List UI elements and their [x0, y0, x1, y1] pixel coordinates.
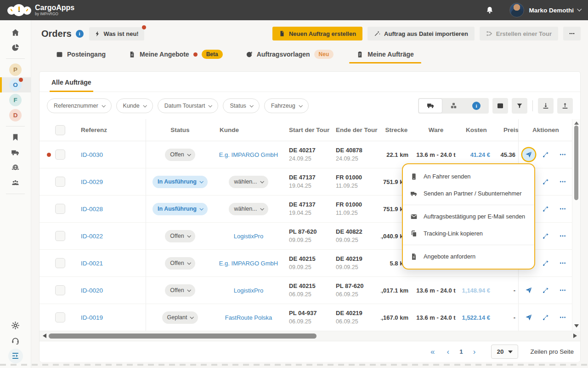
- customer-link[interactable]: LogistixPro: [234, 287, 263, 294]
- route-button[interactable]: [539, 311, 552, 324]
- status-select[interactable]: In Ausführung: [153, 203, 208, 215]
- sidebar-item-team[interactable]: [0, 175, 31, 190]
- upload-button[interactable]: [557, 98, 573, 114]
- row-checkbox[interactable]: [55, 285, 65, 295]
- sidebar-item-headset[interactable]: [0, 333, 31, 348]
- tab-auftragsvorlagen[interactable]: AuftragsvorlagenNeu: [245, 50, 335, 64]
- sidebar-item-p[interactable]: P: [0, 62, 31, 77]
- filter-funnel-button[interactable]: [512, 98, 527, 114]
- pagination-first-button[interactable]: «: [427, 347, 438, 356]
- filter-referenznummer[interactable]: Referenznummer: [47, 98, 112, 113]
- customer-link[interactable]: FastRoute Polska: [225, 314, 272, 321]
- scroll-left-arrow-icon[interactable]: [43, 334, 46, 338]
- order-link[interactable]: ID-0028: [81, 206, 103, 213]
- menu-item-an-fahrer-senden[interactable]: An Fahrer senden: [403, 168, 534, 185]
- user-avatar[interactable]: [509, 3, 524, 17]
- order-link[interactable]: ID-0020: [81, 287, 103, 294]
- view-toggle-pallet-button[interactable]: [442, 99, 465, 113]
- order-link[interactable]: ID-0029: [81, 178, 103, 185]
- column-header-strecke[interactable]: Strecke: [381, 119, 412, 141]
- column-header-aktionen[interactable]: Aktionen: [519, 119, 573, 141]
- filter-status[interactable]: Status: [223, 98, 259, 113]
- vertical-scrollbar[interactable]: [572, 119, 580, 331]
- tab-meine-auftr-ge[interactable]: Meine Aufträge: [356, 51, 415, 63]
- notifications-bell-button[interactable]: [482, 2, 498, 18]
- column-header-preis[interactable]: Preis: [493, 119, 519, 141]
- pagination-current-page[interactable]: 1: [458, 348, 465, 355]
- order-link[interactable]: ID-0022: [81, 233, 103, 240]
- scroll-down-arrow-icon[interactable]: [574, 324, 579, 328]
- tab-posteingang[interactable]: Posteingang: [55, 51, 107, 63]
- subtab-alle-auftraege[interactable]: Alle Aufträge: [51, 79, 92, 92]
- create-tour-button[interactable]: Erstellen einer Tour: [480, 27, 558, 40]
- sidebar-item-f[interactable]: F: [0, 92, 31, 108]
- status-select[interactable]: Geplant: [162, 311, 198, 324]
- status-select[interactable]: Offen: [165, 284, 195, 297]
- more-actions-button[interactable]: [563, 27, 581, 40]
- menu-item-auftragsbestätigung-per-e-mail-senden[interactable]: Auftragsbestätigung per E-Mail senden: [403, 208, 534, 225]
- table-info-button[interactable]: i: [465, 99, 488, 113]
- filter-fahrzeug[interactable]: Fahrzeug: [264, 98, 309, 113]
- column-header-referenz[interactable]: Referenz: [76, 119, 146, 141]
- menu-item-angebote-anfordern[interactable]: Angebote anfordern: [403, 248, 534, 265]
- row-checkbox[interactable]: [55, 312, 65, 322]
- user-menu-chevron-icon[interactable]: [577, 7, 582, 12]
- filter-kunde[interactable]: Kunde: [116, 98, 153, 113]
- route-button[interactable]: [539, 148, 552, 161]
- route-button[interactable]: [539, 230, 552, 242]
- order-link[interactable]: ID-0019: [81, 314, 103, 321]
- download-button[interactable]: [538, 98, 554, 114]
- send-button[interactable]: [522, 284, 535, 297]
- scroll-right-arrow-icon[interactable]: [573, 334, 577, 338]
- column-header-kunde[interactable]: Kunde: [214, 119, 283, 141]
- sidebar-item-sidebar-expand[interactable]: [0, 348, 31, 363]
- customer-select[interactable]: wählen...: [229, 176, 268, 188]
- sidebar-item-pie-chart[interactable]: [0, 40, 31, 55]
- tab-meine-angebote[interactable]: Meine AngeboteBeta: [128, 50, 224, 64]
- row-checkbox[interactable]: [55, 177, 65, 187]
- columns-button[interactable]: [492, 98, 508, 114]
- column-header-status[interactable]: Status: [146, 119, 214, 141]
- row-checkbox[interactable]: [55, 231, 65, 241]
- route-button[interactable]: [539, 284, 552, 297]
- column-header-ware[interactable]: Ware: [412, 119, 460, 141]
- route-button[interactable]: [539, 257, 552, 270]
- page-size-select[interactable]: 20: [491, 345, 518, 359]
- row-more-button[interactable]: [556, 311, 569, 324]
- order-link[interactable]: ID-0021: [81, 260, 103, 267]
- status-select[interactable]: Offen: [165, 149, 195, 161]
- row-checkbox[interactable]: [55, 204, 65, 214]
- sidebar-item-o[interactable]: O: [0, 77, 31, 92]
- row-checkbox[interactable]: [55, 258, 65, 268]
- row-checkbox[interactable]: [55, 150, 65, 160]
- menu-item-senden-an-partner-subunternehmer[interactable]: Senden an Partner / Subunternehmer: [403, 185, 534, 202]
- horizontal-scrollbar-thumb[interactable]: [49, 334, 317, 339]
- send-button[interactable]: [522, 148, 535, 161]
- select-all-checkbox[interactable]: [55, 125, 65, 135]
- customer-select[interactable]: wählen...: [229, 203, 268, 215]
- status-select[interactable]: In Ausführung: [153, 176, 208, 188]
- row-more-button[interactable]: [556, 202, 569, 215]
- order-link[interactable]: ID-0030: [81, 151, 103, 158]
- horizontal-scrollbar[interactable]: [40, 331, 580, 341]
- column-header-start-der-tour[interactable]: Start der Tour: [283, 119, 332, 141]
- status-select[interactable]: Offen: [165, 257, 195, 270]
- route-button[interactable]: [539, 175, 552, 188]
- status-select[interactable]: Offen: [165, 230, 195, 242]
- view-toggle-truck-button[interactable]: [419, 99, 442, 113]
- cargoapps-logo-icon[interactable]: [7, 2, 31, 18]
- route-button[interactable]: [539, 202, 552, 215]
- sidebar-item-global-network[interactable]: [0, 160, 31, 175]
- sidebar-item-home[interactable]: [0, 25, 31, 40]
- sidebar-item-truck[interactable]: [0, 145, 31, 160]
- import-order-button[interactable]: Auftrag aus Datei importieren: [368, 27, 475, 40]
- customer-link[interactable]: LogistixPro: [234, 233, 263, 240]
- whats-new-button[interactable]: Was ist neu!: [89, 27, 144, 40]
- scroll-up-arrow-icon[interactable]: [574, 121, 579, 125]
- pagination-next-button[interactable]: ›: [469, 347, 480, 356]
- orders-info-icon[interactable]: i: [76, 30, 84, 38]
- column-header-kosten[interactable]: Kosten: [460, 119, 493, 141]
- row-more-button[interactable]: [556, 175, 569, 188]
- row-more-button[interactable]: [556, 148, 569, 161]
- row-more-button[interactable]: [556, 284, 569, 297]
